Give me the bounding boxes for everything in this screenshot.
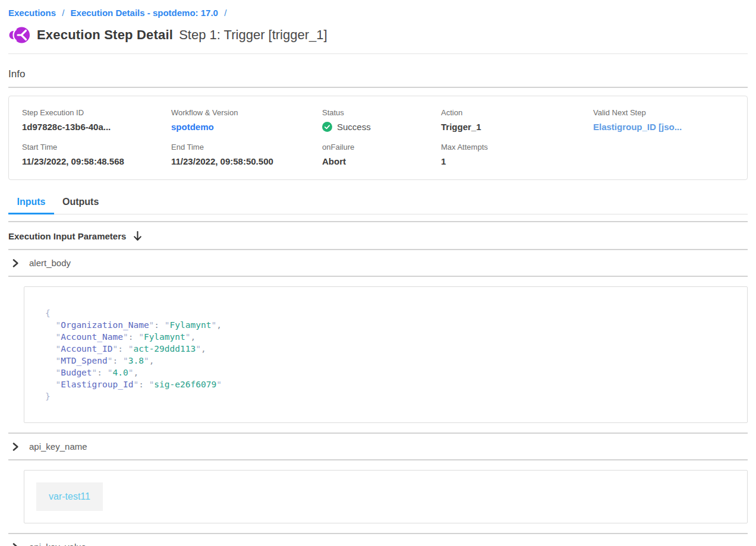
- parameter-sections: alert_body{ "Organization_Name": "Fylamy…: [8, 249, 748, 546]
- execution-input-parameters-label: Execution Input Parameters: [8, 231, 126, 241]
- json-code: { "Organization_Name": "Fylamynt", "Acco…: [45, 307, 735, 402]
- status-text: Success: [337, 122, 371, 132]
- section-divider: [8, 459, 748, 460]
- info-field-label: Action: [441, 108, 593, 117]
- breadcrumb-separator: /: [62, 8, 64, 18]
- info-field-value-max-attempts: 1: [441, 156, 593, 166]
- info-field-value-valid-next-step[interactable]: Elastigroup_ID [jso...: [593, 122, 734, 132]
- chevron-right-icon: [12, 443, 19, 451]
- json-content-alert-body: { "Organization_Name": "Fylamynt", "Acco…: [24, 286, 748, 423]
- page-subtitle: Step 1: Trigger [trigger_1]: [179, 27, 327, 43]
- info-field-onfailure: onFailureAbort: [322, 143, 441, 166]
- info-field-workflow-version: Workflow & Versionspotdemo: [171, 108, 322, 132]
- tab-inputs[interactable]: Inputs: [8, 192, 54, 214]
- breadcrumb: Executions / Execution Details - spotdem…: [8, 0, 748, 18]
- info-card: Step Execution ID1d97828c-13b6-40a...Wor…: [8, 96, 748, 180]
- info-field-action: ActionTrigger_1: [441, 108, 593, 132]
- info-field-label: onFailure: [322, 143, 441, 152]
- breadcrumb-separator: /: [224, 8, 226, 18]
- info-field-value-workflow-version[interactable]: spotdemo: [171, 122, 322, 132]
- section-toggle-alert-body[interactable]: alert_body: [8, 250, 748, 276]
- info-field-label: End Time: [171, 143, 322, 152]
- info-field-value-step-execution-id: 1d97828c-13b6-40a...: [22, 122, 171, 132]
- info-field-valid-next-step: Valid Next StepElastigroup_ID [jso...: [593, 108, 734, 132]
- info-field-label: Start Time: [22, 143, 171, 152]
- tab-outputs[interactable]: Outputs: [54, 192, 107, 214]
- info-field-label: Max Attempts: [441, 143, 593, 152]
- page-header: Execution Step Detail Step 1: Trigger [t…: [8, 26, 748, 45]
- section-toggle-api-key-value[interactable]: api_key_value: [8, 534, 748, 546]
- info-field-label: Workflow & Version: [171, 108, 322, 117]
- info-field-step-execution-id: Step Execution ID1d97828c-13b6-40a...: [22, 108, 171, 132]
- info-field-label: Valid Next Step: [593, 108, 734, 117]
- chevron-right-icon: [12, 259, 19, 267]
- info-field-value-status: Success: [322, 122, 441, 132]
- tab-bar: InputsOutputs: [8, 192, 748, 214]
- info-field-label: Step Execution ID: [22, 108, 171, 117]
- info-field-label: Status: [322, 108, 441, 117]
- info-field-end-time: End Time11/23/2022, 09:58:50.500: [171, 143, 322, 166]
- info-field-max-attempts: Max Attempts1: [441, 143, 593, 166]
- section-toggle-api-key-name[interactable]: api_key_name: [8, 434, 748, 459]
- execution-step-detail-page: Executions / Execution Details - spotdem…: [0, 0, 756, 546]
- info-field-value-onfailure: Abort: [322, 156, 441, 166]
- fylamynt-logo-icon: [8, 26, 31, 45]
- info-field-start-time: Start Time11/23/2022, 09:58:48.568: [22, 143, 171, 166]
- arrow-down-icon[interactable]: [133, 231, 142, 241]
- breadcrumb-executions-link[interactable]: Executions: [8, 8, 56, 18]
- info-divider: [8, 87, 748, 88]
- info-field-status: StatusSuccess: [322, 108, 441, 132]
- execution-input-parameters-header: Execution Input Parameters: [8, 222, 748, 249]
- section-divider: [8, 276, 748, 277]
- info-field-value-action: Trigger_1: [441, 122, 593, 132]
- section-name: api_key_name: [29, 441, 87, 452]
- value-content-api-key-name: var-test11: [24, 470, 748, 523]
- page-title: Execution Step Detail: [37, 27, 173, 43]
- info-field-value-start-time: 11/23/2022, 09:58:48.568: [22, 156, 171, 166]
- chevron-right-icon: [12, 543, 19, 546]
- section-name: api_key_value: [29, 542, 86, 546]
- check-circle-icon: [322, 122, 337, 132]
- section-name: alert_body: [29, 258, 71, 268]
- parameter-value-chip: var-test11: [36, 482, 103, 511]
- breadcrumb-execution-details-link[interactable]: Execution Details - spotdemo: 17.0: [71, 8, 218, 18]
- header-divider: [8, 53, 748, 54]
- info-section-heading: Info: [8, 68, 748, 80]
- info-field-value-end-time: 11/23/2022, 09:58:50.500: [171, 156, 322, 166]
